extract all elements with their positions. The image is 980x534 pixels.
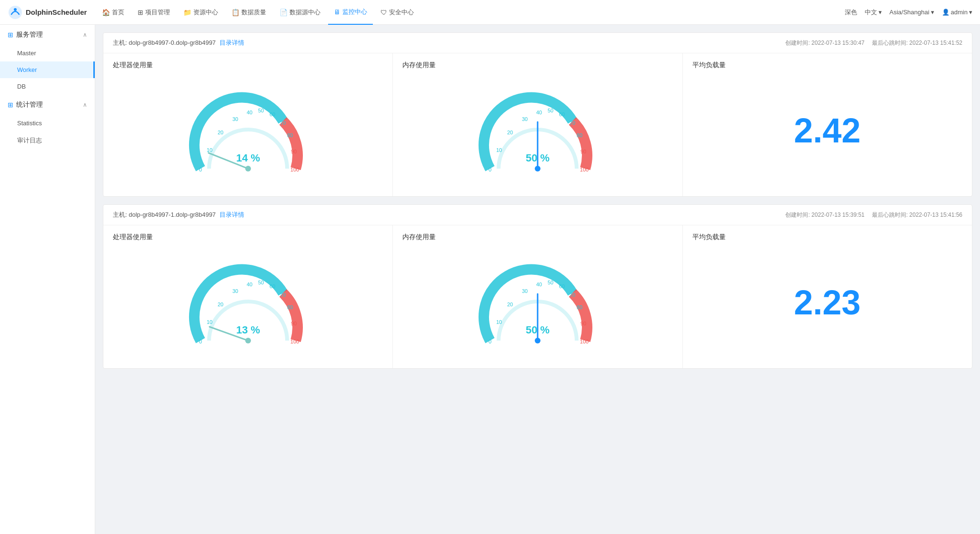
svg-text:20: 20 xyxy=(218,302,223,307)
sidebar-group-service[interactable]: ⊞ 服务管理 ∧ xyxy=(0,25,95,45)
server-1-time-info: 创建时间: 2022-07-13 15:30:47 最后心跳时间: 2022-0… xyxy=(785,39,962,47)
nav-home[interactable]: 🏠 首页 xyxy=(96,0,130,25)
nav-monitor[interactable]: 🖥 监控中心 xyxy=(328,0,373,25)
timezone-selector[interactable]: Asia/Shanghai ▾ xyxy=(890,9,934,16)
server-2-load-panel: 平均负载量 2.23 xyxy=(683,225,972,368)
svg-text:40: 40 xyxy=(536,282,542,287)
server-1-load-value-container: 2.42 xyxy=(692,73,962,188)
svg-text:50 %: 50 % xyxy=(526,152,550,164)
svg-text:14 %: 14 % xyxy=(236,152,260,164)
svg-text:10: 10 xyxy=(207,319,212,325)
sidebar-item-statistics[interactable]: Statistics xyxy=(0,115,95,131)
datasource-icon: 📄 xyxy=(280,9,288,16)
svg-text:10: 10 xyxy=(496,147,502,153)
svg-text:70: 70 xyxy=(280,292,286,298)
main-layout: ⊞ 服务管理 ∧ Master Worker DB ⊞ 统计管理 ∧ xyxy=(0,25,980,534)
server-1-host-info: 主机: dolp-gr8b4997-0.dolp-gr8b4997 目录详情 xyxy=(113,39,244,47)
server-2-load-title: 平均负载量 xyxy=(692,233,962,242)
app-logo[interactable]: DolphinScheduler xyxy=(8,5,87,20)
svg-text:90: 90 xyxy=(580,321,586,326)
server-2-detail-link[interactable]: 目录详情 xyxy=(220,211,244,219)
svg-text:40: 40 xyxy=(247,282,252,287)
server-2-created-time: 创建时间: 2022-07-13 15:39:51 xyxy=(785,212,864,218)
sidebar-item-worker[interactable]: Worker xyxy=(0,61,95,78)
server-1-load-value: 2.42 xyxy=(794,111,860,150)
svg-text:80: 80 xyxy=(287,304,293,310)
server-2-memory-gauge: 0 10 20 30 40 50 60 70 80 90 100 xyxy=(402,245,672,360)
resource-icon: 📁 xyxy=(183,9,191,16)
server-1-cpu-title: 处理器使用量 xyxy=(113,61,383,70)
sidebar-divider xyxy=(95,25,95,534)
nav-datasource[interactable]: 📄 数据源中心 xyxy=(274,0,326,25)
server-1-memory-title: 内存使用量 xyxy=(402,61,672,70)
svg-point-0 xyxy=(9,6,22,19)
server-1-load-panel: 平均负载量 2.42 xyxy=(683,53,972,196)
service-collapse-icon: ∧ xyxy=(83,31,87,38)
server-1-created-time: 创建时间: 2022-07-13 15:30:47 xyxy=(785,40,864,46)
sidebar-item-master[interactable]: Master xyxy=(0,45,95,61)
monitor-icon: 🖥 xyxy=(334,8,340,16)
svg-text:70: 70 xyxy=(570,292,575,298)
memory-gauge-svg-2: 0 10 20 30 40 50 60 70 80 90 100 xyxy=(476,250,600,355)
server-2-metrics: 处理器使用量 0 10 20 30 40 50 60 xyxy=(103,225,972,368)
theme-selector[interactable]: 深色 xyxy=(845,8,857,17)
nav-resource[interactable]: 📁 资源中心 xyxy=(178,0,224,25)
svg-text:80: 80 xyxy=(577,304,582,310)
svg-point-28 xyxy=(535,166,540,171)
nav-security[interactable]: 🛡 安全中心 xyxy=(375,0,420,25)
server-2-memory-panel: 内存使用量 0 10 20 30 40 50 60 xyxy=(393,225,682,368)
lang-chevron-icon: ▾ xyxy=(879,9,882,16)
svg-text:10: 10 xyxy=(496,319,502,325)
svg-text:80: 80 xyxy=(287,132,293,138)
server-2-heartbeat: 最后心跳时间: 2022-07-13 15:41:56 xyxy=(872,212,962,218)
svg-point-1 xyxy=(14,8,17,11)
server-2-host-info: 主机: dolp-gr8b4997-1.dolp-gr8b4997 目录详情 xyxy=(113,211,244,219)
svg-text:20: 20 xyxy=(507,302,513,307)
svg-text:70: 70 xyxy=(280,120,286,126)
svg-point-14 xyxy=(245,166,251,171)
svg-point-56 xyxy=(535,338,540,343)
user-menu[interactable]: 👤 admin ▾ xyxy=(942,9,972,16)
cpu-gauge-svg-2: 0 10 20 30 40 50 60 70 80 90 100 xyxy=(186,250,310,355)
server-block-2: 主机: dolp-gr8b4997-1.dolp-gr8b4997 目录详情 创… xyxy=(103,204,972,369)
svg-text:20: 20 xyxy=(507,130,513,135)
nav-links: 🏠 首页 ⊞ 项目管理 📁 资源中心 📋 数据质量 📄 数据源中心 🖥 监控中心… xyxy=(96,0,835,25)
stats-group-icon: ⊞ xyxy=(8,101,13,109)
nav-project[interactable]: ⊞ 项目管理 xyxy=(132,0,176,25)
svg-text:30: 30 xyxy=(232,288,238,294)
svg-text:70: 70 xyxy=(570,120,575,126)
svg-text:100: 100 xyxy=(290,167,299,172)
svg-text:0: 0 xyxy=(199,339,202,344)
svg-text:100: 100 xyxy=(580,167,589,172)
svg-text:50: 50 xyxy=(548,108,553,113)
security-icon: 🛡 xyxy=(380,9,387,16)
logo-icon xyxy=(8,5,23,20)
server-1-memory-gauge: 0 10 20 30 40 50 60 70 80 90 100 xyxy=(402,73,672,188)
svg-text:90: 90 xyxy=(291,321,297,326)
svg-text:50: 50 xyxy=(258,108,264,113)
server-1-cpu-gauge: 0 10 20 30 40 50 60 xyxy=(113,73,383,188)
server-1-host: 主机: dolp-gr8b4997-0.dolp-gr8b4997 xyxy=(113,39,216,47)
svg-text:30: 30 xyxy=(522,116,528,122)
svg-text:30: 30 xyxy=(522,288,528,294)
server-block-1: 主机: dolp-gr8b4997-0.dolp-gr8b4997 目录详情 创… xyxy=(103,32,972,197)
nav-quality[interactable]: 📋 数据质量 xyxy=(226,0,272,25)
server-1-detail-link[interactable]: 目录详情 xyxy=(220,39,244,47)
server-1-load-title: 平均负载量 xyxy=(692,61,962,70)
sidebar: ⊞ 服务管理 ∧ Master Worker DB ⊞ 统计管理 ∧ xyxy=(0,25,95,534)
svg-text:60: 60 xyxy=(270,283,275,289)
sidebar-group-stats[interactable]: ⊞ 统计管理 ∧ xyxy=(0,95,95,115)
language-selector[interactable]: 中文 ▾ xyxy=(865,8,882,17)
server-2-load-value-container: 2.23 xyxy=(692,245,962,360)
server-2-cpu-title: 处理器使用量 xyxy=(113,233,383,242)
svg-text:50 %: 50 % xyxy=(526,324,550,336)
sidebar-item-audit[interactable]: 审计日志 xyxy=(0,131,95,150)
home-icon: 🏠 xyxy=(102,9,110,16)
svg-text:100: 100 xyxy=(580,339,589,344)
server-1-metrics: 处理器使用量 0 xyxy=(103,53,972,196)
top-navigation: DolphinScheduler 🏠 首页 ⊞ 项目管理 📁 资源中心 📋 数据… xyxy=(0,0,980,25)
sidebar-item-db[interactable]: DB xyxy=(0,78,95,95)
svg-text:30: 30 xyxy=(232,116,238,122)
sidebar-group-service-items: Master Worker DB xyxy=(0,45,95,95)
project-icon: ⊞ xyxy=(138,9,143,16)
